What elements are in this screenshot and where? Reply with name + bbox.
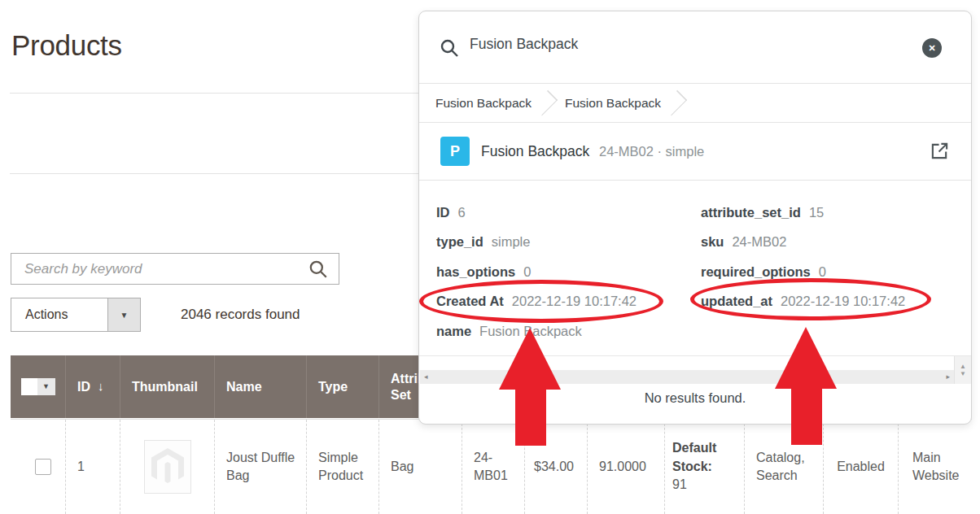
breadcrumb-item[interactable]: Fusion Backpack [435,96,532,111]
detail-row: required_options0 [701,257,826,287]
cell-status: Enabled [824,420,899,514]
search-icon[interactable] [308,259,329,280]
row-select-cell [11,420,66,514]
select-all-checkbox[interactable] [21,378,37,395]
search-results-panel: ✕ Fusion Backpack Fusion Backpack P Fusi… [418,11,972,425]
detail-row: nameFusion Backpack [436,316,582,346]
spin-down-icon[interactable]: ▼ [960,371,966,377]
horizontal-scrollbar[interactable]: ◂ ▸ [420,370,954,384]
records-count: 2046 records found [181,307,300,323]
cell-price: $34.00 [525,420,588,514]
page-title: Products [11,29,122,62]
product-meta: 24-MB02 · simple [599,144,704,159]
breadcrumb-item[interactable]: Fusion Backpack [565,96,661,111]
product-result-card[interactable]: P Fusion Backpack 24-MB02 · simple [419,123,971,181]
column-header-name[interactable]: Name [215,355,307,418]
spin-up-icon[interactable]: ▲ [960,364,966,370]
breadcrumb: Fusion Backpack Fusion Backpack [419,84,971,123]
detail-row: type_idsimple [436,227,530,257]
cell-id: 1 [66,420,120,514]
scroll-right-icon[interactable]: ▸ [946,372,950,381]
product-type-badge: P [440,137,470,166]
detail-row: ID6 [436,198,466,228]
divider [419,355,971,356]
sort-desc-icon: ↓ [98,379,104,394]
product-name[interactable]: Fusion Backpack [481,143,589,160]
actions-dropdown[interactable]: Actions ▼ [11,298,141,332]
detail-row-created-at: Created At2022-12-19 10:17:42 [436,286,637,316]
magento-logo-icon [151,448,184,486]
cell-thumbnail [120,420,215,514]
page-gutter [972,0,980,514]
chevron-right-icon [662,90,687,115]
scroll-left-icon[interactable]: ◂ [424,372,428,381]
cell-websites: Main Website [899,420,963,514]
table-row[interactable]: 1 Joust Duffle Bag Simple Product Bag 24… [11,419,980,514]
row-checkbox[interactable] [35,459,51,475]
cell-attribute-set: Bag [379,420,462,514]
close-icon[interactable]: ✕ [922,38,942,58]
no-results-message: No results found. [419,390,971,406]
search-icon [440,38,459,58]
external-link-icon[interactable] [930,142,949,160]
products-page: Products Actions ▼ 2046 records found ▼ … [0,0,980,514]
caret-down-icon: ▼ [120,311,129,320]
caret-down-icon[interactable]: ▼ [37,378,55,395]
keyword-search-input[interactable] [11,254,339,284]
detail-row-updated-at: updated_at2022-12-19 10:17:42 [701,286,905,316]
cell-type: Simple Product [307,420,379,514]
cell-visibility: Catalog, Search [745,420,824,514]
detail-row: attribute_set_id15 [701,198,824,228]
keyword-search [11,253,339,285]
vertical-scrollbar[interactable]: ▲ ▼ [954,356,971,384]
detail-row: has_options0 [436,257,531,287]
cell-sku: 24-MB01 [462,420,525,514]
detail-row: sku24-MB02 [701,227,786,257]
actions-label: Actions [11,298,107,331]
cell-quantity: 91.0000 [588,420,665,514]
column-header-type[interactable]: Type [307,355,379,418]
actions-caret[interactable]: ▼ [107,298,140,331]
global-search-input[interactable] [470,36,893,53]
cell-name: Joust Duffle Bag [215,420,307,514]
column-header-id[interactable]: ID ↓ [66,355,120,418]
select-all-dropdown[interactable]: ▼ [11,355,66,418]
chevron-right-icon [532,90,558,115]
product-thumbnail [144,440,191,494]
cell-salable-quantity: Default Stock:91 [665,420,745,514]
global-search-bar: ✕ [419,11,971,84]
column-header-thumbnail[interactable]: Thumbnail [120,355,215,418]
